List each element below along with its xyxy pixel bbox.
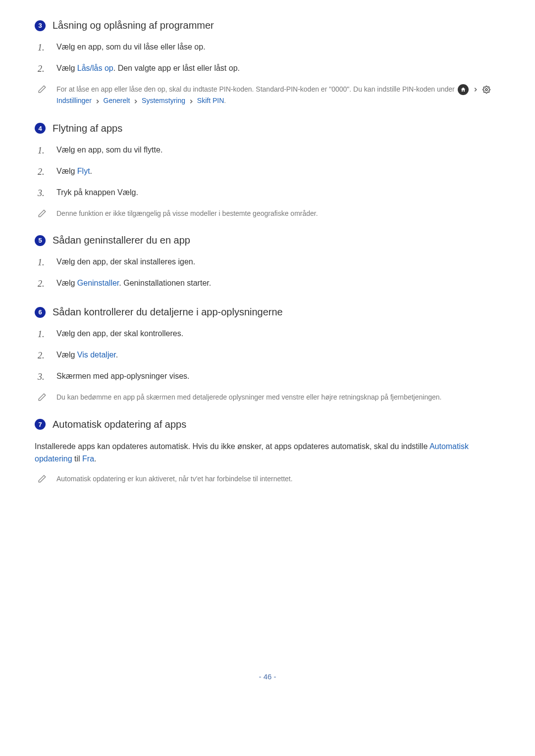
badge-5: 5 xyxy=(35,235,46,246)
steps-5: 1. Vælg den app, der skal installeres ig… xyxy=(35,256,500,291)
badge-4: 4 xyxy=(35,123,46,134)
heading-3-title: Låsning og oplåsning af programmer xyxy=(53,20,214,31)
step-number: 2. xyxy=(38,277,47,291)
step-5-2: 2. Vælg Geninstaller. Geninstallationen … xyxy=(38,277,500,291)
text-pre: Vælg xyxy=(56,279,77,287)
heading-3: 3 Låsning og oplåsning af programmer xyxy=(35,20,500,31)
path-sysmgmt: Systemstyring xyxy=(142,97,185,104)
note-text: Automatisk opdatering er kun aktiveret, … xyxy=(56,473,500,484)
pencil-icon xyxy=(38,85,47,94)
path-general: Generelt xyxy=(104,97,130,104)
heading-6-title: Sådan kontrollerer du detaljerne i app-o… xyxy=(53,306,283,318)
step-6-3: 3. Skærmen med app-oplysninger vises. xyxy=(38,370,500,384)
text-post: . Geninstallationen starter. xyxy=(119,279,211,287)
link-move: Flyt xyxy=(77,167,90,175)
step-text: Vælg en app, som du vil flytte. xyxy=(56,144,500,156)
step-text: Skærmen med app-oplysninger vises. xyxy=(56,370,500,382)
text-post: . xyxy=(90,167,92,175)
note-6: Du kan bedømme en app på skærmen med det… xyxy=(38,392,500,403)
para-post: . xyxy=(94,454,96,463)
step-number: 1. xyxy=(38,328,47,341)
chevron-right-icon xyxy=(96,96,100,107)
link-view-details: Vis detaljer xyxy=(77,351,116,359)
note-text: For at låse en app eller låse den op, sk… xyxy=(56,84,500,107)
step-text: Vælg den app, der skal kontrolleres. xyxy=(56,328,500,340)
step-4-3: 3. Tryk på knappen Vælg. xyxy=(38,187,500,200)
step-4-1: 1. Vælg en app, som du vil flytte. xyxy=(38,144,500,157)
step-6-1: 1. Vælg den app, der skal kontrolleres. xyxy=(38,328,500,341)
pencil-icon xyxy=(38,393,47,402)
heading-4-title: Flytning af apps xyxy=(53,123,122,134)
step-number: 2. xyxy=(38,165,47,179)
notes-7: Automatisk opdatering er kun aktiveret, … xyxy=(35,473,500,484)
home-icon xyxy=(458,84,469,95)
svg-point-0 xyxy=(485,89,487,91)
step-text: Vælg den app, der skal installeres igen. xyxy=(56,256,500,268)
para-pre: Installerede apps kan opdateres automati… xyxy=(35,442,429,451)
section-details: 6 Sådan kontrollerer du detaljerne i app… xyxy=(35,306,500,403)
gear-icon xyxy=(482,85,491,94)
step-3-2: 2. Vælg Lås/lås op. Den valgte app er lå… xyxy=(38,62,500,76)
text-post: . Den valgte app er låst eller låst op. xyxy=(113,64,240,72)
step-4-2: 2. Vælg Flyt. xyxy=(38,165,500,179)
step-5-1: 1. Vælg den app, der skal installeres ig… xyxy=(38,256,500,269)
heading-5-title: Sådan geninstallerer du en app xyxy=(53,235,190,246)
text-post: . xyxy=(116,351,118,359)
text-pre: Vælg xyxy=(56,351,77,359)
steps-4: 1. Vælg en app, som du vil flytte. 2. Væ… xyxy=(35,144,500,219)
link-lock-unlock: Lås/lås op xyxy=(77,64,113,72)
step-number: 1. xyxy=(38,144,47,157)
section-autoupdate: 7 Automatisk opdatering af apps Installe… xyxy=(35,419,500,485)
heading-7: 7 Automatisk opdatering af apps xyxy=(35,419,500,430)
step-number: 2. xyxy=(38,349,47,362)
heading-4: 4 Flytning af apps xyxy=(35,123,500,134)
heading-7-title: Automatisk opdatering af apps xyxy=(53,419,186,430)
step-number: 2. xyxy=(38,62,47,76)
step-number: 3. xyxy=(38,187,47,200)
badge-6: 6 xyxy=(35,307,46,318)
path-changepin: Skift PIN xyxy=(197,97,224,104)
badge-7: 7 xyxy=(35,419,46,430)
note-text: Du kan bedømme en app på skærmen med det… xyxy=(56,392,500,403)
section-moving: 4 Flytning af apps 1. Vælg en app, som d… xyxy=(35,123,500,219)
note-4: Denne funktion er ikke tilgængelig på vi… xyxy=(38,208,500,219)
page-number: - 46 - xyxy=(35,672,500,681)
path-settings: Indstillinger xyxy=(56,97,92,104)
chevron-right-icon xyxy=(189,96,193,107)
step-text: Vælg Flyt. xyxy=(56,165,500,177)
link-off: Fra xyxy=(82,454,94,463)
heading-6: 6 Sådan kontrollerer du detaljerne i app… xyxy=(35,306,500,318)
heading-5: 5 Sådan geninstallerer du en app xyxy=(35,235,500,246)
step-text: Vælg Lås/lås op. Den valgte app er låst … xyxy=(56,62,500,74)
step-text: Vælg Vis detaljer. xyxy=(56,349,500,361)
chevron-right-icon xyxy=(134,96,138,107)
badge-3: 3 xyxy=(35,20,46,31)
steps-6: 1. Vælg den app, der skal kontrolleres. … xyxy=(35,328,500,403)
para-mid: til xyxy=(72,454,82,463)
step-text: Vælg Geninstaller. Geninstallationen sta… xyxy=(56,277,500,289)
section-locking: 3 Låsning og oplåsning af programmer 1. … xyxy=(35,20,500,107)
step-number: 3. xyxy=(38,370,47,384)
note-post: . xyxy=(224,97,226,104)
pencil-icon xyxy=(38,474,47,483)
note-7: Automatisk opdatering er kun aktiveret, … xyxy=(38,473,500,484)
pencil-icon xyxy=(38,209,47,218)
note-text: Denne funktion er ikke tilgængelig på vi… xyxy=(56,208,500,219)
steps-3: 1. Vælg en app, som du vil låse eller lå… xyxy=(35,41,500,107)
chevron-right-icon xyxy=(474,84,478,95)
step-text: Vælg en app, som du vil låse eller låse … xyxy=(56,41,500,53)
text-pre: Vælg xyxy=(56,167,77,175)
text-pre: Vælg xyxy=(56,64,77,72)
link-reinstall: Geninstaller xyxy=(77,279,119,287)
note-3: For at låse en app eller låse den op, sk… xyxy=(38,84,500,107)
note-pre: For at låse en app eller låse den op, sk… xyxy=(56,85,457,93)
step-text: Tryk på knappen Vælg. xyxy=(56,187,500,199)
section-reinstall: 5 Sådan geninstallerer du en app 1. Vælg… xyxy=(35,235,500,291)
step-number: 1. xyxy=(38,41,47,54)
step-6-2: 2. Vælg Vis detaljer. xyxy=(38,349,500,362)
step-number: 1. xyxy=(38,256,47,269)
step-3-1: 1. Vælg en app, som du vil låse eller lå… xyxy=(38,41,500,54)
para-7: Installerede apps kan opdateres automati… xyxy=(35,440,500,465)
